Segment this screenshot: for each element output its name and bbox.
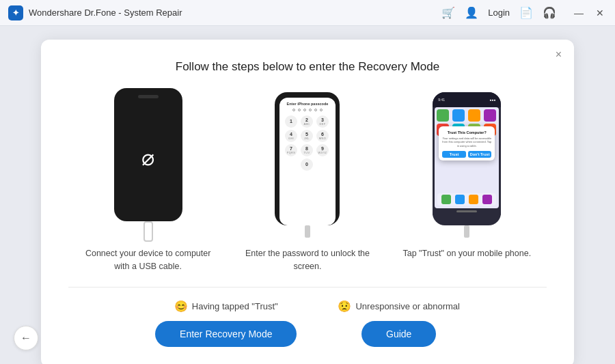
dot5 bbox=[314, 109, 317, 111]
option-trust-label: 😊 Having tapped "Trust" bbox=[174, 300, 278, 313]
phone2-device: Enter iPhone passcode bbox=[275, 92, 340, 225]
usb-cable-connector bbox=[144, 221, 153, 242]
numpad-del bbox=[316, 158, 330, 171]
window-controls: — ✕ bbox=[571, 6, 607, 20]
dock-row bbox=[437, 193, 496, 206]
phone2-screen: Enter iPhone passcode bbox=[279, 98, 336, 225]
phone3-status-bar: 9:41 ●●● bbox=[433, 92, 501, 107]
divider bbox=[68, 287, 547, 288]
trust-popup: Trust This Computer? Your settings and d… bbox=[439, 126, 495, 161]
numpad-empty bbox=[285, 158, 299, 171]
numpad: 1 2ABC 3DEF 4GHI 5JKL 6MNO 7PQRS 8TUV 9W… bbox=[282, 115, 333, 171]
step-2-desc: Enter the password to unlock the screen. bbox=[239, 247, 376, 273]
option-abnormal-emoji: 😟 bbox=[338, 300, 351, 313]
dock-icon-2 bbox=[455, 195, 465, 204]
option-trust-text: Having tapped "Trust" bbox=[192, 301, 278, 311]
back-button[interactable]: ← bbox=[14, 326, 38, 350]
numpad-3: 3DEF bbox=[316, 115, 329, 128]
phone3-device: 9:41 ●●● bbox=[433, 92, 501, 225]
dot3 bbox=[303, 109, 306, 111]
dont-trust-button[interactable]: Don't Trust bbox=[468, 151, 492, 158]
main-area: × Follow the steps below to enter the Re… bbox=[0, 26, 615, 364]
trust-button[interactable]: Trust bbox=[442, 151, 466, 158]
step-1-desc: Connect your device to computer with a U… bbox=[80, 247, 217, 273]
minimize-button[interactable]: — bbox=[571, 6, 586, 20]
headset-icon[interactable]: 🎧 bbox=[543, 6, 556, 19]
enter-recovery-mode-button[interactable]: Enter Recovery Mode bbox=[155, 321, 297, 347]
option-trust: 😊 Having tapped "Trust" Enter Recovery M… bbox=[155, 300, 297, 347]
dialog-card: × Follow the steps below to enter the Re… bbox=[41, 40, 574, 364]
passcode-dots bbox=[292, 109, 323, 111]
step-1-illustration: ⌀ bbox=[114, 93, 182, 236]
app-icon-1 bbox=[437, 109, 449, 122]
phone3-cable bbox=[464, 225, 469, 238]
step-3-desc: Tap "Trust" on your mobile phone. bbox=[402, 247, 531, 260]
close-button[interactable]: ✕ bbox=[593, 6, 607, 20]
numpad-4: 4GHI bbox=[285, 130, 297, 142]
numpad-7: 7PQRS bbox=[285, 144, 297, 156]
step-1: ⌀ Connect your device to computer with a… bbox=[80, 93, 217, 273]
step-3: 9:41 ●●● bbox=[398, 93, 535, 260]
app-icon-3 bbox=[468, 109, 480, 122]
dock-icon-3 bbox=[469, 195, 478, 204]
phone1-device: ⌀ bbox=[114, 88, 182, 221]
dialog-close-button[interactable]: × bbox=[556, 49, 562, 60]
option-abnormal: 😟 Unresponsive or abnormal Guide bbox=[338, 300, 459, 347]
option-abnormal-label: 😟 Unresponsive or abnormal bbox=[338, 300, 459, 313]
option-abnormal-text: Unresponsive or abnormal bbox=[355, 301, 459, 311]
home-indicator bbox=[456, 210, 477, 212]
step-3-illustration: 9:41 ●●● bbox=[433, 93, 501, 236]
phone2-cable bbox=[305, 225, 310, 238]
user-icon[interactable]: 👤 bbox=[465, 6, 478, 19]
titlebar-right: 🛒 👤 Login 📄 🎧 — ✕ bbox=[441, 6, 607, 20]
step-2-illustration: Enter iPhone passcode bbox=[275, 93, 340, 236]
app-icon-2 bbox=[452, 109, 465, 122]
dot4 bbox=[309, 109, 312, 111]
guide-button[interactable]: Guide bbox=[361, 321, 436, 347]
phone3-bottom-bar bbox=[433, 208, 501, 215]
step-2: Enter iPhone passcode bbox=[239, 93, 376, 273]
passcode-title: Enter iPhone passcode bbox=[287, 102, 329, 106]
titlebar-left: ✦ Wondershare Dr.Fone - System Repair bbox=[8, 5, 182, 20]
numpad-6: 6MNO bbox=[316, 130, 329, 142]
trust-body: Your settings and data will be accessibl… bbox=[442, 137, 491, 148]
numpad-8: 8TUV bbox=[301, 144, 313, 156]
numpad-0: 0 bbox=[301, 158, 313, 171]
option-trust-emoji: 😊 bbox=[174, 300, 188, 313]
dock-icon-4 bbox=[482, 195, 492, 204]
trust-title: Trust This Computer? bbox=[442, 130, 491, 135]
dot1 bbox=[292, 109, 295, 111]
usb-icon: ⌀ bbox=[141, 145, 154, 171]
phone3-time: 9:41 bbox=[438, 98, 445, 102]
login-button[interactable]: Login bbox=[488, 8, 510, 18]
numpad-9: 9WXYZ bbox=[316, 144, 329, 156]
document-icon[interactable]: 📄 bbox=[519, 6, 533, 19]
numpad-2: 2ABC bbox=[301, 115, 313, 128]
cart-icon[interactable]: 🛒 bbox=[441, 6, 455, 19]
numpad-5: 5JKL bbox=[301, 130, 313, 142]
app-title: Wondershare Dr.Fone - System Repair bbox=[29, 8, 182, 18]
phone3-signal: ●●● bbox=[489, 98, 495, 102]
dot2 bbox=[298, 109, 301, 111]
phone3-screen: Trust This Computer? Your settings and d… bbox=[435, 107, 499, 208]
dot6 bbox=[320, 109, 323, 111]
steps-row: ⌀ Connect your device to computer with a… bbox=[68, 93, 547, 273]
dock-icon-1 bbox=[441, 195, 451, 204]
titlebar: ✦ Wondershare Dr.Fone - System Repair 🛒 … bbox=[0, 0, 615, 26]
dialog-title: Follow the steps below to enter the Reco… bbox=[68, 60, 547, 74]
numpad-1: 1 bbox=[285, 115, 297, 128]
app-icon: ✦ bbox=[8, 5, 23, 20]
app-icon-4 bbox=[484, 109, 496, 122]
trust-buttons: Trust Don't Trust bbox=[442, 151, 491, 158]
bottom-row: 😊 Having tapped "Trust" Enter Recovery M… bbox=[68, 300, 547, 347]
